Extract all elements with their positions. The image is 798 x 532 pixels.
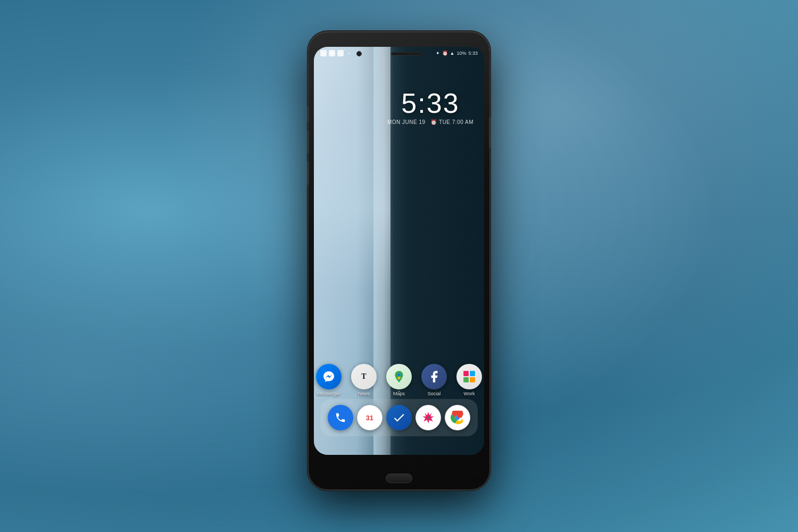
- app-item-work[interactable]: Work: [456, 364, 482, 396]
- notification-icon: ●: [320, 50, 327, 56]
- todoist-icon[interactable]: [386, 405, 412, 430]
- svg-point-0: [397, 373, 400, 376]
- dock-chevron: ⌃: [396, 389, 402, 397]
- power-button: [489, 117, 491, 149]
- clock-time: 5:33: [387, 89, 473, 117]
- sync-icon: ↻: [337, 50, 344, 56]
- mute-button: [307, 106, 309, 122]
- home-button[interactable]: [386, 473, 412, 483]
- messenger-icon[interactable]: [316, 364, 342, 389]
- alarm-text: ⏰ TUE 7:00 AM: [430, 119, 473, 125]
- chrome-icon[interactable]: [445, 405, 470, 430]
- wifi-icon: ▲: [450, 51, 455, 56]
- dock-pinwheel[interactable]: [415, 405, 441, 430]
- nyt-text: T: [361, 373, 366, 380]
- social-label: Social: [428, 391, 441, 396]
- pinwheel-icon[interactable]: [415, 405, 441, 430]
- photo-icon: ▣: [329, 50, 335, 56]
- work-icon[interactable]: [456, 364, 482, 389]
- messenger-label: Messenger: [317, 391, 341, 396]
- bluetooth-icon: ✦: [436, 51, 440, 56]
- battery-level: 10%: [456, 51, 466, 56]
- app-item-nyt[interactable]: T News: [351, 364, 377, 396]
- app-item-messenger[interactable]: Messenger: [316, 364, 342, 396]
- maps-icon[interactable]: [386, 364, 412, 389]
- clock-area: 5:33 MON JUNE 19 ⏰ TUE 7:00 AM: [387, 89, 473, 125]
- nyt-icon[interactable]: T: [351, 364, 377, 389]
- plus-icon: +: [346, 50, 352, 56]
- dock-chrome[interactable]: [445, 405, 470, 430]
- svg-point-5: [427, 417, 429, 419]
- facebook-icon[interactable]: [421, 364, 447, 389]
- volume-down-button: [307, 161, 309, 185]
- status-time: 5:33: [468, 51, 478, 56]
- svg-rect-4: [470, 377, 475, 383]
- date-text: MON JUNE 19: [387, 119, 426, 125]
- earpiece-speaker: [391, 52, 423, 55]
- clock-date: MON JUNE 19 ⏰ TUE 7:00 AM: [387, 119, 473, 125]
- phone-icon[interactable]: [328, 405, 353, 430]
- phone-screen[interactable]: ● ▣ ↻ + ✦ ⏰ ▲ 10% 5:33 5:33 MON JUNE 19 …: [314, 47, 484, 455]
- work-label: Work: [464, 391, 475, 396]
- phone-device: ● ▣ ↻ + ✦ ⏰ ▲ 10% 5:33 5:33 MON JUNE 19 …: [309, 32, 489, 489]
- dock: ⌃ 31: [320, 399, 478, 436]
- svg-rect-3: [463, 377, 469, 383]
- app-item-social[interactable]: Social: [421, 364, 447, 396]
- calendar-icon[interactable]: 31: [357, 405, 383, 430]
- nyt-label: News: [358, 391, 370, 396]
- svg-rect-1: [463, 371, 469, 376]
- dock-todoist[interactable]: [386, 405, 412, 430]
- dock-phone[interactable]: [328, 405, 353, 430]
- alarm-icon: ⏰: [442, 51, 448, 56]
- status-right: ✦ ⏰ ▲ 10% 5:33: [436, 51, 478, 56]
- svg-rect-2: [470, 371, 475, 376]
- front-camera: [356, 51, 362, 56]
- volume-up-button: [307, 130, 309, 154]
- dock-calendar[interactable]: 31: [357, 405, 383, 430]
- status-left: ● ▣ ↻ +: [320, 50, 352, 56]
